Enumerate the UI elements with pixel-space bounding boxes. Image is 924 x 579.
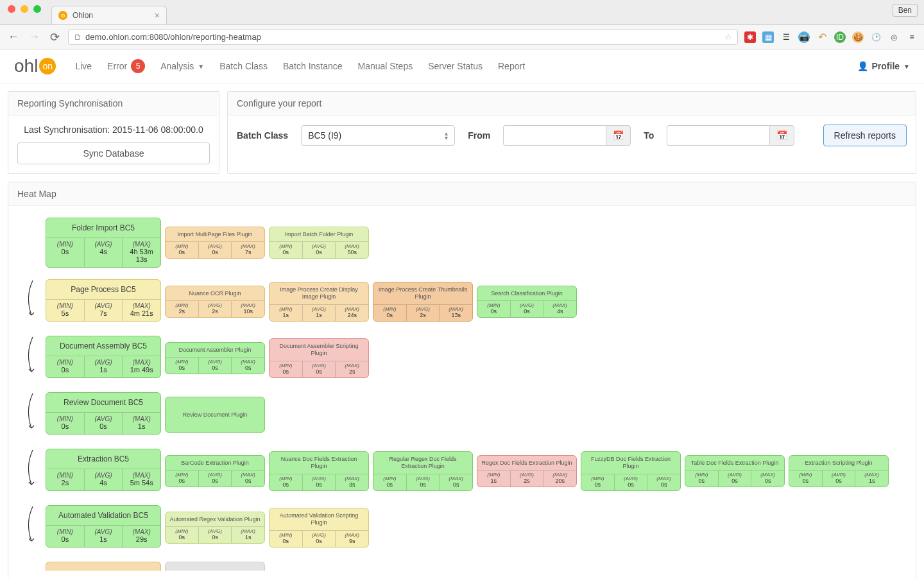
bookmark-star-icon[interactable]: ☆	[724, 32, 732, 42]
plugin-title: Regular Regex Doc Fields Extraction Plug…	[373, 452, 472, 474]
heatmap-row: Automated Validation BC5 (MIN)0s (AVG)1s…	[24, 505, 909, 550]
nav-forward-icon: →	[27, 30, 41, 44]
plugin-title: Document Assembler Plugin	[166, 343, 264, 358]
plugin-card[interactable]: Import MultiPage Files Plugin (MIN)0s (A…	[165, 227, 265, 259]
nav-batch-class[interactable]: Batch Class	[219, 59, 268, 73]
plugin-card[interactable]: Automated Regex Validation Plugin (MIN)0…	[165, 512, 265, 544]
plugin-title: Automated Validation Scripting Plugin	[270, 508, 368, 530]
window-zoom-icon[interactable]	[33, 5, 41, 13]
plugin-card[interactable]: Review Document Plugin	[165, 397, 265, 433]
plugin-card[interactable]: Import Batch Folder Plugin (MIN)0s (AVG)…	[269, 227, 369, 259]
plugin-card[interactable]: Nuance Doc Fields Extraction Plugin (MIN…	[269, 451, 369, 491]
stage-card[interactable]: Extraction BC5 (MIN)2s (AVG)4s (MAX)5m 5…	[46, 449, 161, 491]
flow-arrow-icon	[24, 449, 42, 494]
plugin-title: Table Doc Fields Extraction Plugin	[685, 456, 784, 471]
extension-icon[interactable]: ✱	[744, 31, 756, 43]
site-info-icon[interactable]: 🗋	[74, 33, 81, 42]
plugin-card[interactable]: FuzzyDB Doc Fields Extraction Plugin (MI…	[581, 451, 681, 491]
refresh-reports-button[interactable]: Refresh reports	[823, 125, 907, 146]
extension-icon[interactable]: ↶	[816, 31, 828, 43]
brand-logo[interactable]: ohlon	[14, 56, 56, 76]
plugin-card[interactable]: BarCode Extraction Plugin (MIN)0s (AVG)0…	[165, 455, 265, 488]
nav-server-status[interactable]: Server Status	[428, 59, 483, 73]
extension-icon[interactable]: ID	[834, 31, 846, 43]
stage-title: Extraction BC5	[46, 449, 160, 469]
flow-arrow-icon	[24, 505, 42, 550]
stage-title: Page Process BC5	[46, 280, 160, 299]
nav-manual-steps[interactable]: Manual Steps	[358, 59, 413, 73]
plugin-card[interactable]: Search Classification Plugin (MIN)0s (AV…	[477, 286, 577, 318]
sync-database-button[interactable]: Sync Database	[17, 143, 210, 164]
heatmap-row: Document Assembly BC5 (MIN)0s (AVG)1s (M…	[24, 336, 909, 381]
batch-class-select[interactable]: BC5 (I9) ▴▾	[301, 125, 455, 146]
nav-batch-instance[interactable]: Batch Instance	[283, 59, 343, 73]
plugin-card[interactable]: Regular Regex Doc Fields Extraction Plug…	[373, 451, 473, 491]
plugin-title: Extraction Scripting Plugin	[789, 456, 888, 471]
plugin-title: Nuance OCR Plugin	[166, 286, 264, 301]
window-close-icon[interactable]	[8, 5, 15, 13]
stage-card[interactable]: Review Document BC5 (MIN)0s (AVG)0s (MAX…	[46, 392, 161, 435]
heatmap-row: Page Process BC5 (MIN)5s (AVG)7s (MAX)4m…	[24, 279, 909, 324]
plugin-card[interactable]: Automated Validation Scripting Plugin (M…	[269, 508, 369, 548]
profile-menu[interactable]: 👤 Profile ▼	[857, 61, 910, 71]
brand-text-right: on	[39, 58, 56, 74]
plugin-card[interactable]: Document Assembler Plugin (MIN)0s (AVG)0…	[165, 342, 265, 375]
plugin-card[interactable]: Nuance OCR Plugin (MIN)2s (AVG)2s (MAX)1…	[165, 286, 265, 318]
stage-card[interactable]: Page Process BC5 (MIN)5s (AVG)7s (MAX)4m…	[46, 279, 161, 322]
extension-icon[interactable]: 📷	[798, 31, 810, 43]
nav-reload-icon[interactable]: ⟳	[47, 30, 62, 44]
nav-back-icon[interactable]: ←	[6, 30, 21, 44]
nav-error[interactable]: Error 5	[107, 59, 145, 73]
heatmap-row: Extraction BC5 (MIN)2s (AVG)4s (MAX)5m 5…	[24, 449, 909, 494]
hamburger-menu-icon[interactable]: ≡	[906, 31, 918, 43]
plugin-card[interactable]	[165, 562, 265, 571]
heatmap-panel: Heat Map Folder Import BC5 (MIN)0s (AVG)…	[8, 182, 916, 579]
extension-icon[interactable]: 🕑	[870, 31, 882, 43]
plugin-title: Document Assembler Scripting Plugin	[270, 339, 368, 361]
flow-arrow-icon	[24, 336, 42, 381]
stage-card[interactable]	[46, 562, 161, 571]
batch-class-value: BC5 (I9)	[308, 130, 341, 141]
sync-panel: Reporting Synchronisation Last Synchroni…	[8, 91, 219, 174]
stage-card[interactable]: Folder Import BC5 (MIN)0s (AVG)4s (MAX)4…	[46, 218, 161, 268]
tab-close-icon[interactable]: ×	[155, 10, 160, 21]
plugin-title: Import MultiPage Files Plugin	[166, 227, 264, 242]
stage-title: Document Assembly BC5	[46, 336, 160, 356]
plugin-card[interactable]: Extraction Scripting Plugin (MIN)0s (AVG…	[789, 455, 889, 488]
plugin-card[interactable]: Regex Doc Fields Extraction Plugin (MIN)…	[477, 455, 577, 488]
nav-live[interactable]: Live	[75, 59, 92, 73]
plugin-title: Image Process Create Thumbnails Plugin	[373, 282, 472, 304]
nav-analysis[interactable]: Analysis ▼	[160, 59, 204, 73]
to-calendar-button[interactable]: 📅	[769, 125, 794, 146]
brand-text-left: ohl	[14, 56, 38, 76]
extension-icon[interactable]: 🍪	[852, 31, 864, 43]
from-calendar-button[interactable]: 📅	[606, 125, 631, 146]
window-minimize-icon[interactable]	[21, 5, 28, 13]
favicon-icon: O	[58, 11, 67, 20]
plugin-title: Nuance Doc Fields Extraction Plugin	[270, 452, 368, 474]
extension-icon[interactable]: ◎	[888, 31, 900, 43]
browser-tab[interactable]: O Ohlon ×	[51, 6, 167, 24]
plugin-card[interactable]: Image Process Create Display Image Plugi…	[269, 282, 369, 322]
stage-card[interactable]: Document Assembly BC5 (MIN)0s (AVG)1s (M…	[46, 336, 161, 378]
flow-arrow-icon	[24, 392, 42, 437]
from-date-input[interactable]	[503, 125, 606, 146]
nav-report[interactable]: Report	[498, 59, 525, 73]
heatmap-row: Folder Import BC5 (MIN)0s (AVG)4s (MAX)4…	[24, 218, 909, 268]
extension-icon[interactable]: ▦	[762, 31, 774, 43]
calendar-icon: 📅	[776, 130, 787, 141]
to-label: To	[644, 130, 654, 141]
extension-icon[interactable]: ☰	[780, 31, 792, 43]
plugin-card[interactable]: Document Assembler Scripting Plugin (MIN…	[269, 338, 369, 378]
plugin-card[interactable]: Image Process Create Thumbnails Plugin (…	[373, 282, 473, 322]
calendar-icon: 📅	[613, 130, 624, 141]
batch-class-label: Batch Class	[237, 130, 288, 141]
profile-label: Profile	[872, 61, 900, 71]
address-bar[interactable]: 🗋 demo.ohlon.com:8080/ohlon/reporting-he…	[68, 29, 738, 45]
last-sync-text: Last Synchronisation: 2015-11-06 08:00:0…	[17, 125, 210, 135]
plugin-title: Regex Doc Fields Extraction Plugin	[477, 456, 576, 471]
chrome-profile-badge[interactable]: Ben	[893, 4, 918, 17]
plugin-card[interactable]: Table Doc Fields Extraction Plugin (MIN)…	[685, 455, 785, 488]
stage-card[interactable]: Automated Validation BC5 (MIN)0s (AVG)1s…	[46, 505, 161, 548]
to-date-input[interactable]	[667, 125, 769, 146]
